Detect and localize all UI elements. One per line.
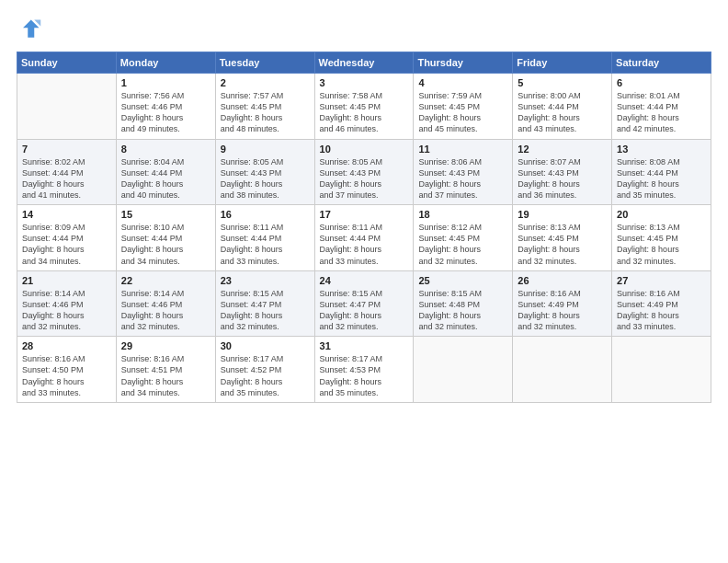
day-number: 31	[320, 340, 409, 351]
day-cell: 20Sunrise: 8:13 AM Sunset: 4:45 PM Dayli…	[612, 205, 711, 271]
day-cell: 25Sunrise: 8:15 AM Sunset: 4:48 PM Dayli…	[414, 270, 513, 337]
day-cell: 3Sunrise: 7:58 AM Sunset: 4:45 PM Daylig…	[314, 74, 414, 140]
day-number: 29	[121, 340, 210, 351]
day-number: 12	[518, 144, 607, 155]
day-info: Sunrise: 8:16 AM Sunset: 4:51 PM Dayligh…	[121, 353, 210, 398]
day-header-thursday: Thursday	[414, 52, 513, 74]
day-number: 7	[22, 144, 111, 155]
week-row-2: 7Sunrise: 8:02 AM Sunset: 4:44 PM Daylig…	[17, 139, 711, 205]
day-cell	[612, 337, 711, 403]
day-info: Sunrise: 8:15 AM Sunset: 4:48 PM Dayligh…	[418, 288, 507, 333]
day-number: 17	[320, 209, 409, 220]
day-cell	[414, 337, 513, 403]
day-number: 13	[617, 144, 706, 155]
day-info: Sunrise: 8:16 AM Sunset: 4:50 PM Dayligh…	[22, 353, 111, 398]
logo	[17, 17, 46, 42]
day-header-monday: Monday	[116, 52, 215, 74]
day-number: 16	[221, 209, 310, 220]
day-info: Sunrise: 8:16 AM Sunset: 4:49 PM Dayligh…	[518, 288, 607, 333]
day-number: 11	[418, 144, 507, 155]
day-number: 4	[418, 77, 507, 88]
day-cell: 16Sunrise: 8:11 AM Sunset: 4:44 PM Dayli…	[215, 205, 314, 271]
week-row-5: 28Sunrise: 8:16 AM Sunset: 4:50 PM Dayli…	[17, 337, 711, 403]
day-header-saturday: Saturday	[612, 52, 711, 74]
day-header-sunday: Sunday	[17, 52, 117, 74]
week-row-4: 21Sunrise: 8:14 AM Sunset: 4:46 PM Dayli…	[17, 270, 711, 337]
day-number: 2	[221, 77, 310, 88]
day-info: Sunrise: 8:13 AM Sunset: 4:45 PM Dayligh…	[518, 222, 607, 267]
day-info: Sunrise: 7:59 AM Sunset: 4:45 PM Dayligh…	[418, 90, 507, 135]
day-cell: 9Sunrise: 8:05 AM Sunset: 4:43 PM Daylig…	[215, 139, 314, 205]
day-info: Sunrise: 8:04 AM Sunset: 4:44 PM Dayligh…	[121, 156, 210, 201]
day-cell	[17, 74, 117, 140]
day-number: 5	[518, 77, 607, 88]
day-number: 8	[121, 144, 210, 155]
day-cell: 28Sunrise: 8:16 AM Sunset: 4:50 PM Dayli…	[17, 337, 117, 403]
day-info: Sunrise: 8:17 AM Sunset: 4:53 PM Dayligh…	[320, 353, 409, 398]
day-info: Sunrise: 7:56 AM Sunset: 4:46 PM Dayligh…	[121, 90, 210, 135]
week-row-1: 1Sunrise: 7:56 AM Sunset: 4:46 PM Daylig…	[17, 74, 711, 140]
calendar-header-row: SundayMondayTuesdayWednesdayThursdayFrid…	[17, 52, 711, 74]
day-cell: 27Sunrise: 8:16 AM Sunset: 4:49 PM Dayli…	[612, 270, 711, 337]
day-cell: 10Sunrise: 8:05 AM Sunset: 4:43 PM Dayli…	[314, 139, 414, 205]
day-cell: 23Sunrise: 8:15 AM Sunset: 4:47 PM Dayli…	[215, 270, 314, 337]
day-number: 23	[221, 275, 310, 286]
day-cell: 5Sunrise: 8:00 AM Sunset: 4:44 PM Daylig…	[513, 74, 612, 140]
day-info: Sunrise: 8:05 AM Sunset: 4:43 PM Dayligh…	[221, 156, 310, 201]
day-number: 14	[22, 209, 111, 220]
day-cell: 8Sunrise: 8:04 AM Sunset: 4:44 PM Daylig…	[116, 139, 215, 205]
day-cell: 17Sunrise: 8:11 AM Sunset: 4:44 PM Dayli…	[314, 205, 414, 271]
day-info: Sunrise: 8:01 AM Sunset: 4:44 PM Dayligh…	[617, 90, 706, 135]
day-cell: 6Sunrise: 8:01 AM Sunset: 4:44 PM Daylig…	[612, 74, 711, 140]
svg-marker-0	[23, 20, 40, 38]
day-cell: 21Sunrise: 8:14 AM Sunset: 4:46 PM Dayli…	[17, 270, 117, 337]
day-number: 30	[221, 340, 310, 351]
day-cell	[513, 337, 612, 403]
day-number: 19	[518, 209, 607, 220]
day-cell: 24Sunrise: 8:15 AM Sunset: 4:47 PM Dayli…	[314, 270, 414, 337]
day-header-tuesday: Tuesday	[215, 52, 314, 74]
calendar-table: SundayMondayTuesdayWednesdayThursdayFrid…	[17, 52, 711, 403]
day-info: Sunrise: 8:11 AM Sunset: 4:44 PM Dayligh…	[221, 222, 310, 267]
day-info: Sunrise: 8:15 AM Sunset: 4:47 PM Dayligh…	[320, 288, 409, 333]
page: SundayMondayTuesdayWednesdayThursdayFrid…	[0, 0, 728, 563]
day-number: 10	[320, 144, 409, 155]
week-row-3: 14Sunrise: 8:09 AM Sunset: 4:44 PM Dayli…	[17, 205, 711, 271]
day-number: 27	[617, 275, 706, 286]
day-info: Sunrise: 7:57 AM Sunset: 4:45 PM Dayligh…	[221, 90, 310, 135]
day-info: Sunrise: 8:06 AM Sunset: 4:43 PM Dayligh…	[418, 156, 507, 201]
day-info: Sunrise: 8:09 AM Sunset: 4:44 PM Dayligh…	[22, 222, 111, 267]
day-cell: 2Sunrise: 7:57 AM Sunset: 4:45 PM Daylig…	[215, 74, 314, 140]
day-info: Sunrise: 8:10 AM Sunset: 4:44 PM Dayligh…	[121, 222, 210, 267]
day-number: 15	[121, 209, 210, 220]
day-number: 28	[22, 340, 111, 351]
day-cell: 1Sunrise: 7:56 AM Sunset: 4:46 PM Daylig…	[116, 74, 215, 140]
day-number: 6	[617, 77, 706, 88]
day-number: 26	[518, 275, 607, 286]
day-number: 25	[418, 275, 507, 286]
day-header-wednesday: Wednesday	[314, 52, 414, 74]
day-number: 22	[121, 275, 210, 286]
day-cell: 12Sunrise: 8:07 AM Sunset: 4:43 PM Dayli…	[513, 139, 612, 205]
day-number: 18	[418, 209, 507, 220]
day-number: 24	[320, 275, 409, 286]
header	[17, 17, 711, 42]
day-info: Sunrise: 8:15 AM Sunset: 4:47 PM Dayligh…	[221, 288, 310, 333]
day-info: Sunrise: 8:14 AM Sunset: 4:46 PM Dayligh…	[121, 288, 210, 333]
day-cell: 14Sunrise: 8:09 AM Sunset: 4:44 PM Dayli…	[17, 205, 117, 271]
day-info: Sunrise: 8:11 AM Sunset: 4:44 PM Dayligh…	[320, 222, 409, 267]
day-number: 9	[221, 144, 310, 155]
day-cell: 15Sunrise: 8:10 AM Sunset: 4:44 PM Dayli…	[116, 205, 215, 271]
day-info: Sunrise: 8:00 AM Sunset: 4:44 PM Dayligh…	[518, 90, 607, 135]
day-info: Sunrise: 8:08 AM Sunset: 4:44 PM Dayligh…	[617, 156, 706, 201]
day-info: Sunrise: 8:13 AM Sunset: 4:45 PM Dayligh…	[617, 222, 706, 267]
day-number: 3	[320, 77, 409, 88]
day-number: 1	[121, 77, 210, 88]
logo-icon	[17, 17, 42, 42]
day-cell: 26Sunrise: 8:16 AM Sunset: 4:49 PM Dayli…	[513, 270, 612, 337]
day-info: Sunrise: 8:16 AM Sunset: 4:49 PM Dayligh…	[617, 288, 706, 333]
day-header-friday: Friday	[513, 52, 612, 74]
day-info: Sunrise: 8:17 AM Sunset: 4:52 PM Dayligh…	[221, 353, 310, 398]
day-info: Sunrise: 8:07 AM Sunset: 4:43 PM Dayligh…	[518, 156, 607, 201]
day-cell: 13Sunrise: 8:08 AM Sunset: 4:44 PM Dayli…	[612, 139, 711, 205]
